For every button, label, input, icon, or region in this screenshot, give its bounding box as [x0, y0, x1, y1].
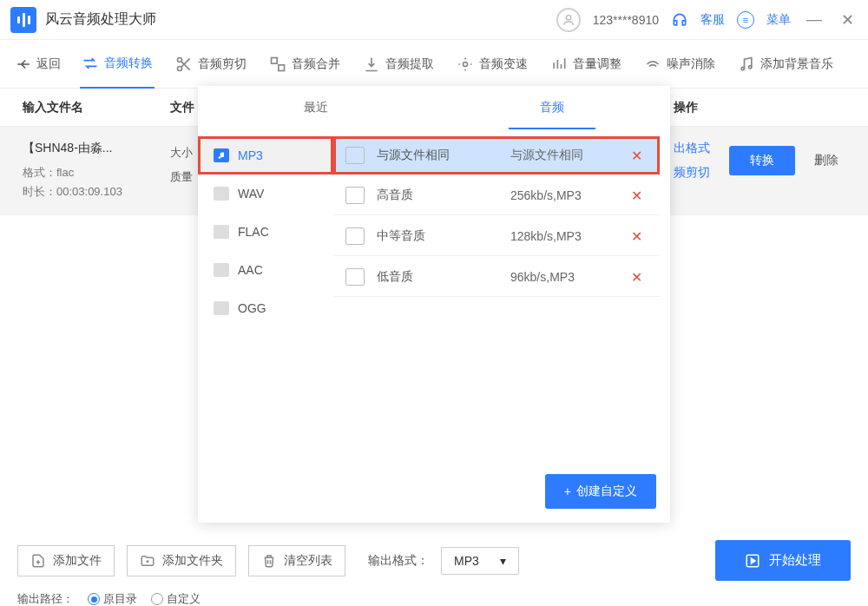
format-label: WAV: [238, 187, 264, 201]
quality-value: 与源文件相同: [510, 148, 614, 163]
arrow-left-icon: [16, 56, 31, 72]
add-folder-button[interactable]: 添加文件夹: [127, 545, 236, 576]
tab-extract[interactable]: 音频提取: [361, 40, 436, 89]
tab-label: 噪声消除: [667, 56, 715, 72]
remove-quality-button[interactable]: ✕: [626, 188, 648, 204]
file-icon: [214, 225, 229, 239]
radio-custom[interactable]: 自定义: [151, 591, 201, 606]
svg-point-5: [464, 62, 468, 66]
dd-tab-recent[interactable]: 最近: [198, 86, 434, 129]
radio-original[interactable]: 原目录: [88, 591, 137, 606]
clear-list-button[interactable]: 清空列表: [248, 545, 345, 576]
file-icon: [214, 187, 229, 201]
delete-link[interactable]: 删除: [814, 153, 838, 168]
close-button[interactable]: ✕: [838, 10, 858, 30]
file-icon: [214, 301, 229, 315]
avatar-icon[interactable]: [556, 8, 581, 32]
folder-plus-icon: [140, 553, 155, 569]
music-note-icon: [214, 148, 229, 162]
format-aac[interactable]: AAC: [198, 251, 333, 289]
tab-denoise[interactable]: 噪声消除: [642, 40, 717, 89]
tab-label: 音频提取: [385, 56, 434, 72]
format-label: MP3: [238, 148, 263, 162]
format-wav[interactable]: WAV: [198, 175, 333, 213]
col-name: 输入文件名: [23, 100, 170, 115]
tab-label: 音频剪切: [198, 56, 247, 72]
format-list: MP3 WAV FLAC AAC OGG: [198, 129, 333, 460]
quality-value: 128kb/s,MP3: [510, 229, 614, 243]
svg-point-9: [219, 156, 221, 159]
volume-icon: [550, 56, 568, 73]
tab-speed[interactable]: 音频变速: [455, 40, 529, 89]
quality-high[interactable]: 高音质 256kb/s,MP3 ✕: [333, 176, 660, 215]
out-format-label: 输出格式：: [368, 553, 429, 569]
merge-icon: [269, 56, 286, 73]
tab-bgmusic[interactable]: 添加背景音乐: [736, 40, 835, 89]
quality-list: 与源文件相同 与源文件相同 ✕ 高音质 256kb/s,MP3 ✕ 中等音质 1…: [333, 129, 670, 460]
tab-label: 音频合并: [292, 56, 340, 72]
format-label: OGG: [238, 301, 266, 315]
headset-icon[interactable]: [671, 11, 688, 29]
remove-quality-button[interactable]: ✕: [626, 269, 648, 286]
file-format: 格式：flac: [23, 163, 170, 182]
tab-label: 音量调整: [573, 56, 621, 72]
format-mp3[interactable]: MP3: [198, 136, 333, 175]
tab-label: 音频变速: [479, 56, 528, 72]
source-icon: [345, 227, 365, 245]
tab-label: 添加背景音乐: [760, 56, 833, 72]
svg-rect-4: [279, 64, 285, 70]
format-flac[interactable]: FLAC: [198, 213, 333, 251]
menu-link[interactable]: 菜单: [766, 12, 791, 28]
user-id[interactable]: 123****8910: [593, 13, 659, 27]
minimize-button[interactable]: —: [803, 10, 825, 29]
col-ops: 操作: [674, 100, 845, 115]
quality-medium[interactable]: 中等音质 128kb/s,MP3 ✕: [333, 217, 660, 256]
quality-same-as-source[interactable]: 与源文件相同 与源文件相同 ✕: [333, 136, 660, 175]
out-path-label: 输出路径：: [17, 591, 74, 606]
remove-quality-button[interactable]: ✕: [626, 228, 648, 245]
tab-merge[interactable]: 音频合并: [267, 40, 342, 89]
source-icon: [345, 147, 365, 164]
chevron-down-icon: ▾: [500, 554, 506, 568]
source-icon: [345, 187, 365, 204]
menu-icon[interactable]: ≡: [737, 11, 754, 29]
start-label: 开始处理: [769, 552, 821, 569]
tab-volume[interactable]: 音量调整: [549, 40, 623, 89]
tab-cut[interactable]: 音频剪切: [174, 40, 248, 89]
back-button[interactable]: 返回: [16, 56, 61, 72]
dd-tab-audio[interactable]: 音频: [434, 86, 670, 129]
trash-icon: [261, 553, 277, 569]
quality-low[interactable]: 低音质 96kb/s,MP3 ✕: [333, 258, 660, 297]
support-link[interactable]: 客服: [700, 12, 725, 28]
convert-button[interactable]: 转换: [729, 146, 795, 175]
format-dropdown: 最近 音频 MP3 WAV FLAC AAC OGG: [198, 86, 670, 523]
clip-link[interactable]: 频剪切: [674, 165, 710, 181]
plus-icon: +: [564, 484, 571, 498]
play-icon: [745, 553, 760, 569]
output-format-link[interactable]: 出格式: [674, 141, 710, 156]
quality-name: 低音质: [377, 269, 498, 285]
add-file-button[interactable]: 添加文件: [17, 545, 115, 576]
scissors-icon: [175, 56, 193, 73]
app-logo: [10, 7, 36, 33]
format-label: FLAC: [238, 225, 269, 239]
clear-list-label: 清空列表: [284, 553, 332, 569]
back-label: 返回: [36, 56, 61, 72]
svg-point-6: [741, 67, 744, 69]
quality-value: 96kb/s,MP3: [510, 270, 614, 284]
svg-point-7: [749, 65, 752, 68]
wifi-icon: [644, 56, 661, 73]
add-file-label: 添加文件: [53, 553, 102, 569]
remove-quality-button[interactable]: ✕: [626, 148, 648, 164]
add-folder-label: 添加文件夹: [162, 553, 223, 569]
file-duration: 时长：00:03:09.103: [23, 182, 170, 201]
quality-name: 高音质: [377, 188, 498, 203]
format-ogg[interactable]: OGG: [198, 289, 333, 327]
tab-convert[interactable]: 音频转换: [80, 40, 155, 89]
app-title: 风云音频处理大师: [45, 10, 156, 29]
quality-name: 与源文件相同: [377, 148, 498, 163]
out-format-select[interactable]: MP3 ▾: [441, 547, 519, 575]
create-custom-button[interactable]: + 创建自定义: [545, 474, 656, 509]
title-bar: 风云音频处理大师 123****8910 客服 ≡ 菜单 — ✕: [0, 0, 868, 40]
start-button[interactable]: 开始处理: [715, 540, 851, 581]
